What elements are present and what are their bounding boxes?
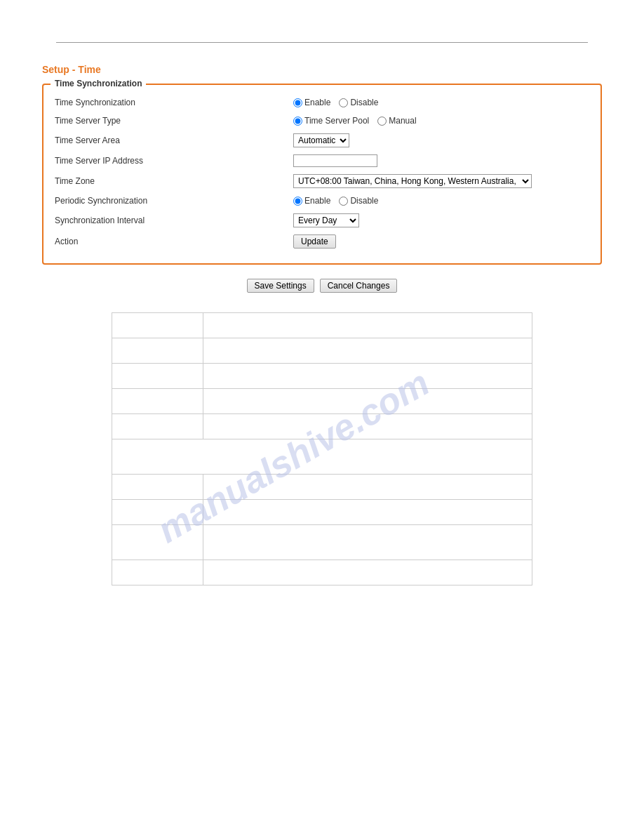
server-type-label: Time Server Type: [55, 116, 293, 126]
main-content: Time Synchronization Time Synchronizatio…: [42, 84, 602, 585]
time-sync-disable-label[interactable]: Disable: [339, 98, 378, 107]
table-cell: [203, 500, 532, 525]
server-manual-text: Manual: [389, 116, 416, 126]
sync-interval-label: Synchronization Interval: [55, 216, 293, 225]
data-table: [112, 312, 532, 585]
table-cell: [203, 525, 532, 560]
table-row: [112, 560, 532, 585]
timezone-label: Time Zone: [55, 176, 293, 186]
server-type-control: Time Server Pool Manual: [293, 116, 417, 126]
time-sync-enable-radio[interactable]: [293, 98, 302, 107]
table-cell: [203, 414, 532, 439]
server-pool-text: Time Server Pool: [304, 116, 369, 126]
table-cell: [112, 313, 203, 338]
table-row: [112, 525, 532, 560]
table-cell: [112, 389, 203, 414]
server-area-row: Time Server Area Automatic: [55, 130, 589, 151]
table-row: [112, 389, 532, 414]
sync-interval-control: Every Day Every Week Every Month: [293, 213, 359, 227]
server-pool-label[interactable]: Time Server Pool: [293, 116, 369, 126]
top-divider: [56, 42, 588, 43]
table-cell: [112, 439, 532, 475]
table-row: [112, 475, 532, 500]
sync-interval-row: Synchronization Interval Every Day Every…: [55, 210, 589, 231]
time-sync-label: Time Synchronization: [55, 98, 293, 107]
table-cell: [112, 475, 203, 500]
server-ip-label: Time Server IP Address: [55, 156, 293, 166]
time-sync-enable-label[interactable]: Enable: [293, 98, 330, 107]
server-ip-row: Time Server IP Address: [55, 151, 589, 171]
table-cell: [112, 525, 203, 560]
table-row: [112, 364, 532, 389]
action-control: Update: [293, 234, 336, 249]
table-row: [112, 313, 532, 338]
periodic-enable-radio[interactable]: [293, 197, 302, 206]
server-pool-radio[interactable]: [293, 117, 302, 126]
table-row: [112, 500, 532, 525]
server-area-select[interactable]: Automatic: [293, 133, 349, 147]
periodic-sync-row: Periodic Synchronization Enable Disable: [55, 192, 589, 210]
table-row: [112, 414, 532, 439]
server-area-label: Time Server Area: [55, 135, 293, 145]
time-sync-control: Enable Disable: [293, 98, 378, 107]
table-cell: [112, 500, 203, 525]
update-button[interactable]: Update: [293, 234, 336, 249]
periodic-sync-label: Periodic Synchronization: [55, 196, 293, 206]
time-sync-enable-text: Enable: [304, 98, 330, 107]
server-manual-label[interactable]: Manual: [377, 116, 416, 126]
time-sync-disable-text: Disable: [350, 98, 378, 107]
save-settings-button[interactable]: Save Settings: [247, 279, 314, 293]
cancel-changes-button[interactable]: Cancel Changes: [320, 279, 398, 293]
table-cell: [112, 560, 203, 585]
page-title: Setup - Time: [42, 64, 602, 75]
timezone-control: UTC+08:00 Taiwan, China, Hong Kong, West…: [293, 174, 532, 188]
table-cell: [203, 338, 532, 364]
table-cell: [112, 338, 203, 364]
periodic-disable-text: Disable: [350, 196, 378, 206]
action-row: Action Update: [55, 231, 589, 252]
periodic-disable-label[interactable]: Disable: [339, 196, 378, 206]
server-type-row: Time Server Type Time Server Pool Manual: [55, 112, 589, 130]
table-cell: [203, 475, 532, 500]
server-manual-radio[interactable]: [377, 117, 387, 126]
table-cell: [203, 313, 532, 338]
periodic-enable-text: Enable: [304, 196, 330, 206]
server-ip-control: [293, 154, 377, 167]
server-ip-input[interactable]: [293, 154, 377, 167]
server-area-control: Automatic: [293, 133, 349, 147]
time-sync-disable-radio[interactable]: [339, 98, 348, 107]
action-label: Action: [55, 237, 293, 246]
table-cell: [203, 389, 532, 414]
table-row: [112, 439, 532, 475]
sync-interval-select[interactable]: Every Day Every Week Every Month: [293, 213, 359, 227]
bottom-buttons: Save Settings Cancel Changes: [42, 273, 602, 301]
timezone-row: Time Zone UTC+08:00 Taiwan, China, Hong …: [55, 171, 589, 192]
periodic-disable-radio[interactable]: [339, 197, 348, 206]
table-cell: [203, 560, 532, 585]
periodic-sync-control: Enable Disable: [293, 196, 378, 206]
time-sync-box: Time Synchronization Time Synchronizatio…: [42, 84, 602, 265]
time-sync-row: Time Synchronization Enable Disable: [55, 93, 589, 112]
timezone-select[interactable]: UTC+08:00 Taiwan, China, Hong Kong, West…: [293, 174, 532, 188]
table-cell: [203, 364, 532, 389]
table-cell: [112, 414, 203, 439]
table-cell: [112, 364, 203, 389]
time-sync-legend: Time Synchronization: [51, 79, 146, 88]
periodic-enable-label[interactable]: Enable: [293, 196, 330, 206]
table-row: [112, 338, 532, 364]
